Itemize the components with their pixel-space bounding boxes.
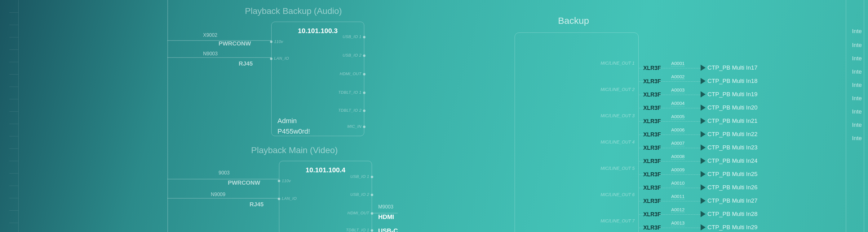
arrow-icon: [701, 91, 706, 98]
arrow-icon: [701, 65, 706, 71]
cable-line: [639, 81, 701, 82]
port-dot: [278, 180, 280, 182]
destination-label: CTP_PB Multi In17: [707, 64, 757, 71]
destination-label: CTP_PB Multi In23: [707, 144, 757, 151]
cable-id: A0003: [671, 87, 684, 93]
inte-label: Inte: [852, 122, 862, 128]
device-playback-main[interactable]: 10.101.100.4 110v LAN_IO USB_IO 1 USB_IO…: [279, 161, 372, 232]
arrow-icon: [701, 131, 706, 137]
inte-label: Inte: [852, 95, 862, 102]
conn-pwrconw-2: PWRCONW: [228, 180, 260, 186]
device2-ip: 10.101.100.4: [282, 166, 369, 174]
destination-label: CTP_PB Multi In22: [707, 131, 757, 138]
arrow-icon: [701, 105, 706, 111]
arrow-icon: [701, 118, 706, 124]
cable-line: [639, 68, 701, 68]
inte-label: Inte: [852, 68, 862, 75]
destination-label: CTP_PB Multi In29: [707, 224, 757, 231]
cable-id: A0005: [671, 114, 684, 120]
destination-label: CTP_PB Multi In20: [707, 104, 757, 111]
port-dot: [278, 198, 280, 200]
destination-label: CTP_PB Multi In21: [707, 118, 757, 124]
device1-ip: 10.101.100.3: [275, 27, 361, 35]
arrow-icon: [701, 171, 706, 177]
label-usbc: USB-C: [378, 227, 398, 232]
destination-label: CTP_PB Multi In18: [707, 78, 757, 84]
inte-label: Inte: [852, 82, 862, 88]
cable-id: A0008: [671, 154, 684, 160]
port-110v: 110v: [282, 179, 291, 183]
inte-label: Inte: [852, 55, 862, 62]
cable-line: [639, 134, 701, 135]
conn-rj45-2: RJ45: [250, 201, 264, 208]
arrow-icon: [701, 158, 706, 164]
port: USB_IO 1: [343, 34, 362, 39]
backup-device[interactable]: MIC/LINE_OUT 1 MIC/LINE_OUT 2 MIC/LINE_O…: [515, 33, 639, 232]
destination-label: CTP_PB Multi In24: [707, 157, 757, 164]
admin-user: Admin: [277, 117, 297, 125]
wire-line: [167, 40, 271, 41]
cable-id: A0007: [671, 141, 684, 146]
port-dot: [270, 41, 273, 43]
port: TDBLT_IO 1: [338, 90, 362, 95]
title-playback-main: Playback Main (Video): [251, 145, 338, 155]
wire-x9002: X9002: [203, 33, 217, 38]
arrow-icon: [701, 198, 706, 204]
ruler-left: [9, 0, 19, 232]
wire-9003: 9003: [219, 170, 230, 176]
port: HDMI_OUT: [347, 211, 369, 215]
wire-n9003: N9003: [203, 51, 218, 56]
out-port: MIC/LINE_OUT 1: [600, 61, 634, 66]
out-port: MIC/LINE_OUT 5: [600, 166, 634, 171]
destination-label: CTP_PB Multi In28: [707, 211, 757, 218]
cable-line: [639, 201, 701, 201]
cable-id: A0009: [671, 167, 684, 173]
wire-m9003: M9003: [378, 204, 393, 210]
arrow-icon: [701, 78, 706, 84]
port-110v: 110v: [274, 39, 283, 44]
cable-id: A0001: [671, 61, 684, 67]
out-port: MIC/LINE_OUT 4: [600, 140, 634, 145]
port-dot: [363, 91, 366, 94]
arrow-icon: [701, 224, 706, 230]
cable-id: A0002: [671, 74, 684, 80]
inte-label: Inte: [852, 135, 862, 142]
admin-pass: P455w0rd!: [277, 127, 310, 136]
cable-line: [639, 108, 701, 108]
out-port: MIC/LINE_OUT 6: [600, 192, 634, 197]
port-dot: [270, 57, 273, 60]
port-lan: LAN_IO: [282, 196, 297, 201]
cable-line: [639, 148, 701, 148]
cable-id: A0012: [671, 207, 684, 213]
inte-label: Inte: [852, 28, 862, 35]
port-dot: [371, 176, 373, 178]
conn-pwrconw-1: PWRCONW: [219, 40, 251, 47]
arrow-icon: [701, 211, 706, 217]
cable-id: A0004: [671, 101, 684, 106]
port: USB_IO 2: [343, 53, 362, 57]
port-dot: [363, 110, 366, 112]
ruler-right-2: [864, 0, 864, 232]
cable-line: [639, 161, 701, 161]
destination-label: CTP_PB Multi In26: [707, 184, 757, 191]
wire-line: [373, 213, 398, 214]
port-dot: [363, 73, 366, 75]
wire-n9009: N9009: [211, 192, 225, 197]
port: USB_IO 2: [350, 192, 369, 197]
cable-id: A0013: [671, 220, 684, 226]
port-dot: [363, 54, 366, 57]
out-port: MIC/LINE_OUT 3: [600, 113, 634, 118]
cable-line: [639, 228, 701, 228]
port: USB_IO 1: [350, 174, 369, 179]
cable-line: [639, 121, 701, 122]
cable-id: A0011: [671, 194, 684, 199]
destination-label: CTP_PB Multi In19: [707, 91, 757, 98]
arrow-icon: [701, 145, 706, 151]
port-lan: LAN_IO: [274, 56, 289, 61]
port-dot: [363, 126, 366, 128]
arrow-icon: [701, 184, 706, 191]
cable-line: [639, 175, 701, 175]
wire-line: [167, 179, 279, 180]
port: TDBLT_IO 2: [338, 108, 362, 113]
title-backup: Backup: [558, 15, 589, 26]
